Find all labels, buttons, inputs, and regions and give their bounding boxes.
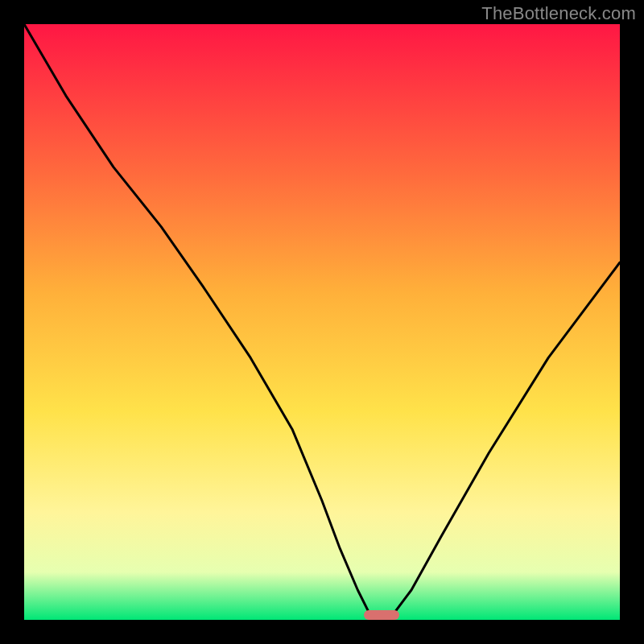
watermark-text: TheBottleneck.com — [481, 3, 636, 24]
optimal-marker — [364, 610, 399, 620]
bottleneck-curve — [24, 24, 620, 620]
plot-area — [24, 24, 620, 620]
